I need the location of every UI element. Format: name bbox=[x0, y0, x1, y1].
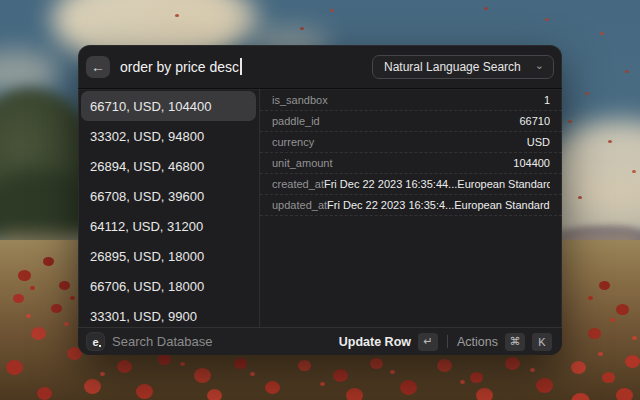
detail-value: 1 bbox=[544, 94, 550, 106]
detail-row: is_sandbox 1 bbox=[260, 90, 562, 111]
palette-footer: e Update Row ↵ Actions ⌘ K bbox=[78, 327, 562, 355]
list-item[interactable]: 26895, USD, 18000 bbox=[81, 241, 256, 271]
floating-petals bbox=[0, 0, 4, 3]
chevron-down-icon: ⌄ bbox=[535, 60, 544, 71]
search-mode-value: Natural Language Search bbox=[384, 60, 521, 74]
detail-row: updated_at Fri Dec 22 2023 16:35:4...Eur… bbox=[260, 195, 562, 216]
detail-value: Fri Dec 22 2023 16:35:4...European Stand… bbox=[327, 199, 550, 211]
list-item[interactable]: 33302, USD, 94800 bbox=[81, 121, 256, 151]
back-button[interactable]: ← bbox=[86, 56, 110, 78]
database-logo-icon: e bbox=[87, 333, 104, 350]
return-key-icon: ↵ bbox=[418, 333, 438, 351]
detail-value: USD bbox=[527, 136, 550, 148]
detail-key: is_sandbox bbox=[272, 94, 328, 106]
list-item[interactable]: 33301, USD, 9900 bbox=[81, 301, 256, 327]
detail-key: paddle_id bbox=[272, 115, 320, 127]
detail-key: unit_amount bbox=[272, 157, 333, 169]
actions-button[interactable]: Actions bbox=[457, 335, 498, 349]
footer-actions: Update Row ↵ Actions ⌘ K bbox=[339, 333, 552, 351]
command-palette-window: ← order by price desc Natural Language S… bbox=[78, 45, 562, 355]
list-item[interactable]: 66708, USD, 39600 bbox=[81, 181, 256, 211]
update-row-button[interactable]: Update Row bbox=[339, 335, 411, 349]
detail-row: paddle_id 66710 bbox=[260, 111, 562, 132]
detail-key: currency bbox=[272, 136, 314, 148]
search-header: ← order by price desc Natural Language S… bbox=[78, 45, 562, 89]
list-item[interactable]: 64112, USD, 31200 bbox=[81, 211, 256, 241]
search-query-text: order by price desc bbox=[120, 59, 239, 75]
results-list: 66710, USD, 104400 33302, USD, 94800 268… bbox=[78, 89, 259, 327]
command-key-icon: ⌘ bbox=[505, 333, 525, 351]
record-details-pane: is_sandbox 1 paddle_id 66710 currency US… bbox=[259, 89, 562, 327]
back-arrow-icon: ← bbox=[91, 59, 105, 75]
search-input[interactable]: order by price desc bbox=[120, 58, 372, 75]
detail-value: 66710 bbox=[519, 115, 550, 127]
k-key-icon: K bbox=[532, 333, 552, 351]
detail-key: updated_at bbox=[272, 199, 327, 211]
logo-glyph: e bbox=[92, 336, 98, 348]
detail-value: Fri Dec 22 2023 16:35:44...European Stan… bbox=[324, 178, 550, 190]
divider bbox=[447, 335, 448, 348]
detail-key: created_at bbox=[272, 178, 324, 190]
search-mode-dropdown[interactable]: Natural Language Search ⌄ bbox=[372, 55, 554, 79]
detail-value: 104400 bbox=[513, 157, 550, 169]
detail-row: unit_amount 104400 bbox=[260, 153, 562, 174]
detail-row: currency USD bbox=[260, 132, 562, 153]
list-item[interactable]: 66710, USD, 104400 bbox=[81, 91, 256, 121]
detail-row: created_at Fri Dec 22 2023 16:35:44...Eu… bbox=[260, 174, 562, 195]
list-item[interactable]: 26894, USD, 46800 bbox=[81, 151, 256, 181]
text-cursor bbox=[240, 58, 242, 75]
footer-search-input[interactable] bbox=[112, 334, 331, 349]
palette-body: 66710, USD, 104400 33302, USD, 94800 268… bbox=[78, 89, 562, 327]
list-item[interactable]: 66706, USD, 18000 bbox=[81, 271, 256, 301]
